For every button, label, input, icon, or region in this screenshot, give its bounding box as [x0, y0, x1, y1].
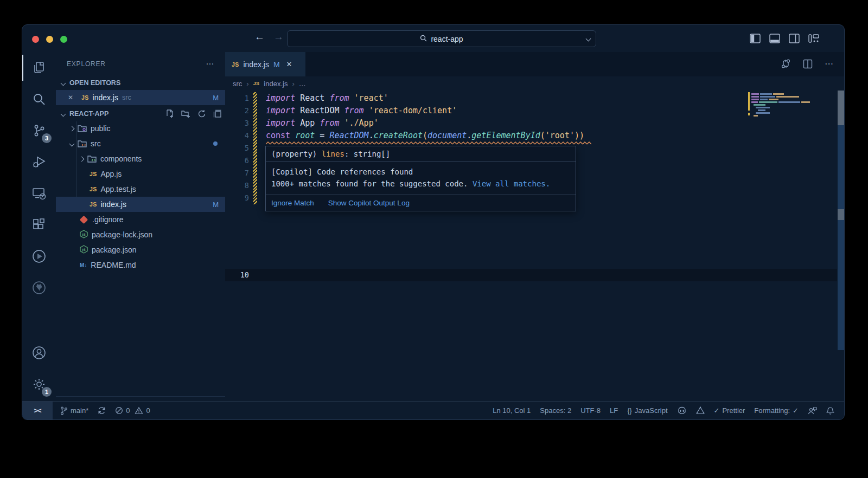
- markdown-file-icon: M↓: [80, 262, 87, 268]
- minimap-modified-tick: [748, 113, 750, 115]
- tree-item-index-js[interactable]: JS index.js M: [56, 197, 225, 212]
- zoom-window-button[interactable]: [60, 36, 67, 43]
- minimap[interactable]: [748, 92, 816, 142]
- line-number: 7: [225, 167, 249, 179]
- tab-close-icon[interactable]: ✕: [286, 60, 292, 68]
- history-back-icon[interactable]: ←: [254, 31, 265, 43]
- node-file-icon: JS: [80, 230, 88, 240]
- language-status[interactable]: {} JavaScript: [627, 406, 667, 415]
- modified-badge: M: [213, 94, 219, 102]
- toggle-sidebar-icon[interactable]: [750, 34, 761, 43]
- line-number: 2: [225, 105, 249, 117]
- explorer-more-actions-icon[interactable]: ⋯: [206, 59, 214, 69]
- tree-item-app-js[interactable]: JS App.js: [56, 166, 225, 182]
- search-sidebar-icon[interactable]: [22, 83, 56, 115]
- modified-dot: [213, 141, 218, 146]
- error-count: 0: [126, 406, 130, 415]
- split-editor-icon[interactable]: [803, 59, 813, 69]
- copilot-status-icon[interactable]: [677, 406, 687, 415]
- tab-label: index.js: [243, 60, 269, 69]
- braces-icon: {}: [627, 406, 632, 415]
- close-window-button[interactable]: [32, 36, 39, 43]
- remote-explorer-icon[interactable]: [22, 178, 56, 209]
- explorer-icon[interactable]: [22, 52, 56, 83]
- toggle-secondary-sidebar-icon[interactable]: [789, 34, 800, 43]
- open-editor-label: index.js: [93, 93, 118, 102]
- customize-layout-icon[interactable]: [808, 34, 819, 43]
- formatting-status[interactable]: Formatting: ✓: [754, 406, 799, 415]
- ignore-match-link[interactable]: Ignore Match: [271, 199, 314, 207]
- encoding-status[interactable]: UTF-8: [580, 406, 601, 415]
- branch-status[interactable]: main*: [60, 406, 88, 415]
- remote-indicator[interactable]: ><: [22, 402, 53, 419]
- tree-item-components[interactable]: components: [56, 151, 225, 166]
- tree-item-readme[interactable]: M↓ README.md: [56, 257, 225, 273]
- sync-status[interactable]: [98, 406, 106, 415]
- tree-item-public[interactable]: public: [56, 121, 225, 136]
- title-bar: ← → react-app: [22, 25, 844, 52]
- collapse-all-icon[interactable]: [213, 109, 222, 118]
- new-file-icon[interactable]: [165, 109, 174, 118]
- tree-item-src[interactable]: src: [56, 136, 225, 151]
- tree-item-gitignore[interactable]: .gitignore: [56, 212, 225, 227]
- open-editor-item[interactable]: ✕ JS index.js src M: [56, 90, 225, 105]
- feedback-icon[interactable]: [808, 406, 817, 415]
- settings-gear-icon[interactable]: 1: [22, 369, 56, 400]
- git-file-icon: [80, 215, 88, 224]
- indentation-status[interactable]: Spaces: 2: [540, 406, 571, 415]
- tree-item-package-json[interactable]: JS package.json: [56, 242, 225, 257]
- node-file-icon: JS: [80, 245, 88, 255]
- tree-item-app-test-js[interactable]: JS App.test.js: [56, 182, 225, 197]
- project-section-header[interactable]: REACT-APP: [56, 107, 225, 121]
- open-changes-icon[interactable]: [781, 59, 791, 69]
- tab-index-js[interactable]: JS index.js M ✕: [225, 52, 305, 76]
- source-control-icon[interactable]: 3: [22, 115, 56, 146]
- sidebar-title: EXPLORER: [67, 60, 106, 68]
- problems-status[interactable]: 0 0: [115, 406, 150, 415]
- command-center-search[interactable]: react-app: [287, 30, 596, 47]
- line-number: 9: [225, 192, 249, 204]
- scrollbar-thumb[interactable]: [838, 91, 844, 125]
- js-file-icon: JS: [253, 81, 260, 86]
- chevron-down-icon[interactable]: [586, 36, 591, 42]
- toggle-panel-icon[interactable]: [769, 34, 780, 43]
- code-line-4: const root = ReactDOM.createRoot(documen…: [266, 130, 584, 142]
- new-folder-icon[interactable]: [181, 109, 190, 118]
- run-debug-icon[interactable]: [22, 146, 56, 178]
- code-editor[interactable]: 1 2 3 4 5 6 7 8 9 10 import React from '…: [225, 91, 845, 402]
- run-app-icon[interactable]: [22, 241, 56, 272]
- overview-ruler-mark: [838, 209, 844, 220]
- copilot-hover-title: [Copilot] Code references found: [271, 166, 570, 178]
- minimize-window-button[interactable]: [46, 36, 53, 43]
- warning-squiggle: [266, 141, 591, 145]
- graphql-status-icon[interactable]: [696, 406, 705, 415]
- history-forward-icon[interactable]: →: [273, 31, 284, 43]
- hover-signature: (property) lines: string[]: [266, 146, 576, 162]
- eol-status[interactable]: LF: [610, 406, 618, 415]
- explorer-sidebar: EXPLORER ⋯ OPEN EDITORS ✕ JS index.js sr…: [56, 52, 225, 402]
- breadcrumb-file[interactable]: index.js: [264, 80, 288, 88]
- open-editors-header[interactable]: OPEN EDITORS: [56, 76, 225, 90]
- current-line-highlight: [225, 269, 837, 281]
- github-icon[interactable]: [22, 272, 56, 303]
- check-icon: ✓: [714, 406, 720, 415]
- prettier-status[interactable]: ✓ Prettier: [714, 406, 745, 415]
- close-editor-icon[interactable]: ✕: [68, 94, 73, 101]
- line-number: 5: [225, 142, 249, 154]
- breadcrumb: src › JS index.js › …: [225, 76, 845, 91]
- breadcrumb-symbol[interactable]: …: [299, 80, 306, 88]
- js-file-icon: JS: [90, 201, 97, 208]
- extensions-icon[interactable]: [22, 209, 56, 241]
- breadcrumb-src[interactable]: src: [233, 80, 242, 88]
- show-copilot-output-link[interactable]: Show Copilot Output Log: [328, 199, 410, 207]
- refresh-icon[interactable]: [197, 109, 206, 118]
- tree-item-package-lock[interactable]: JS package-lock.json: [56, 227, 225, 242]
- accounts-icon[interactable]: [22, 337, 56, 369]
- editor-scrollbar[interactable]: [838, 91, 844, 402]
- view-all-matches-link[interactable]: View all matches.: [473, 179, 550, 188]
- settings-badge: 1: [42, 387, 52, 397]
- line-number: 8: [225, 179, 249, 192]
- notifications-bell-icon[interactable]: [826, 406, 834, 415]
- cursor-position-status[interactable]: Ln 10, Col 1: [493, 406, 531, 415]
- editor-more-actions-icon[interactable]: ⋯: [825, 59, 833, 69]
